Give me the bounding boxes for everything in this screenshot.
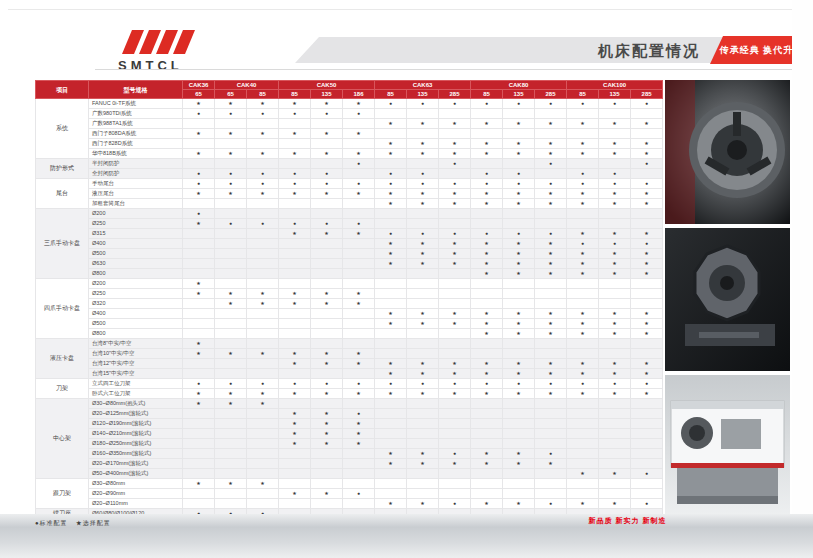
config-cell bbox=[279, 239, 311, 249]
config-cell: ★ bbox=[375, 459, 407, 469]
config-cell: ★ bbox=[471, 189, 503, 199]
config-cell bbox=[343, 469, 375, 479]
product-photos bbox=[665, 80, 790, 519]
config-cell: ★ bbox=[279, 359, 311, 369]
spec-cell: 西门子828D系统 bbox=[89, 139, 183, 149]
config-cell bbox=[471, 469, 503, 479]
config-cell bbox=[599, 449, 631, 459]
config-cell bbox=[311, 309, 343, 319]
config-cell bbox=[343, 479, 375, 489]
model-sub-header: 186 bbox=[343, 90, 375, 99]
table-row: Ø250★●●●●● bbox=[36, 219, 663, 229]
model-header: CAK36 bbox=[183, 81, 215, 90]
config-cell bbox=[439, 339, 471, 349]
config-cell: ● bbox=[183, 179, 215, 189]
config-cell bbox=[375, 159, 407, 169]
config-cell bbox=[503, 349, 535, 359]
config-cell bbox=[247, 159, 279, 169]
config-cell: ★ bbox=[567, 229, 599, 239]
config-cell bbox=[247, 439, 279, 449]
config-cell bbox=[631, 299, 663, 309]
config-cell: ★ bbox=[183, 149, 215, 159]
config-cell bbox=[471, 289, 503, 299]
config-cell: ★ bbox=[471, 149, 503, 159]
photo-machine bbox=[665, 375, 790, 519]
spec-cell: FANUC 0i-TF系统 bbox=[89, 99, 183, 109]
config-cell bbox=[375, 289, 407, 299]
config-cell bbox=[567, 289, 599, 299]
config-cell: ★ bbox=[311, 489, 343, 499]
config-cell: ● bbox=[375, 379, 407, 389]
table-row: Ø500★★★★★★★★★ bbox=[36, 249, 663, 259]
spec-cell: Ø30~Ø80mm bbox=[89, 479, 183, 489]
model-header: CAK50 bbox=[279, 81, 375, 90]
config-cell bbox=[407, 429, 439, 439]
config-cell bbox=[183, 309, 215, 319]
config-cell bbox=[535, 349, 567, 359]
table-row: 三爪手动卡盘Ø200● bbox=[36, 209, 663, 219]
config-cell bbox=[631, 209, 663, 219]
config-cell: ★ bbox=[343, 289, 375, 299]
config-cell bbox=[375, 439, 407, 449]
config-cell: ★ bbox=[311, 189, 343, 199]
config-cell: ★ bbox=[567, 149, 599, 159]
config-cell: ● bbox=[375, 229, 407, 239]
config-cell bbox=[279, 199, 311, 209]
config-cell: ★ bbox=[407, 319, 439, 329]
config-cell: ● bbox=[631, 239, 663, 249]
spec-cell: 广数980TDi系统 bbox=[89, 109, 183, 119]
config-cell bbox=[215, 359, 247, 369]
table-row: Ø250★★★★★★ bbox=[36, 289, 663, 299]
config-cell: ★ bbox=[471, 329, 503, 339]
config-cell bbox=[407, 289, 439, 299]
config-cell: ★ bbox=[535, 459, 567, 469]
category-cell: 中心架 bbox=[36, 399, 89, 479]
config-cell: ★ bbox=[279, 489, 311, 499]
table-row: 广数980TDi系统●●●●●● bbox=[36, 109, 663, 119]
config-cell: ★ bbox=[567, 189, 599, 199]
config-cell bbox=[439, 109, 471, 119]
config-cell bbox=[215, 419, 247, 429]
config-cell: ★ bbox=[375, 359, 407, 369]
config-cell: ● bbox=[279, 219, 311, 229]
config-cell bbox=[599, 439, 631, 449]
spec-cell: 台湾12"中实/中空 bbox=[89, 359, 183, 369]
config-cell: ★ bbox=[567, 119, 599, 129]
config-cell bbox=[279, 309, 311, 319]
config-cell: ★ bbox=[375, 249, 407, 259]
config-cell bbox=[599, 129, 631, 139]
config-cell bbox=[311, 199, 343, 209]
config-cell: ★ bbox=[279, 419, 311, 429]
spec-cell: Ø500 bbox=[89, 319, 183, 329]
config-cell bbox=[375, 469, 407, 479]
config-cell bbox=[631, 479, 663, 489]
config-cell bbox=[599, 159, 631, 169]
table-row: Ø320★★★★★ bbox=[36, 299, 663, 309]
config-cell bbox=[375, 349, 407, 359]
config-cell: ★ bbox=[311, 429, 343, 439]
config-cell bbox=[215, 229, 247, 239]
config-cell: ★ bbox=[311, 419, 343, 429]
config-cell bbox=[247, 119, 279, 129]
config-cell bbox=[631, 289, 663, 299]
config-cell bbox=[375, 109, 407, 119]
config-cell: ★ bbox=[471, 119, 503, 129]
config-cell bbox=[599, 279, 631, 289]
config-cell bbox=[247, 209, 279, 219]
config-cell: ★ bbox=[631, 259, 663, 269]
config-cell: ● bbox=[631, 99, 663, 109]
config-cell: ★ bbox=[631, 369, 663, 379]
config-cell: ★ bbox=[407, 449, 439, 459]
config-cell bbox=[471, 159, 503, 169]
config-cell bbox=[247, 489, 279, 499]
config-cell bbox=[471, 479, 503, 489]
config-cell: ★ bbox=[599, 139, 631, 149]
config-cell bbox=[247, 499, 279, 509]
table-row: 西门子808DA系统★★★★★★ bbox=[36, 129, 663, 139]
config-cell: ● bbox=[471, 379, 503, 389]
config-cell: ★ bbox=[375, 499, 407, 509]
config-cell: ★ bbox=[631, 269, 663, 279]
config-cell: ● bbox=[535, 229, 567, 239]
config-cell bbox=[279, 119, 311, 129]
config-cell bbox=[375, 299, 407, 309]
